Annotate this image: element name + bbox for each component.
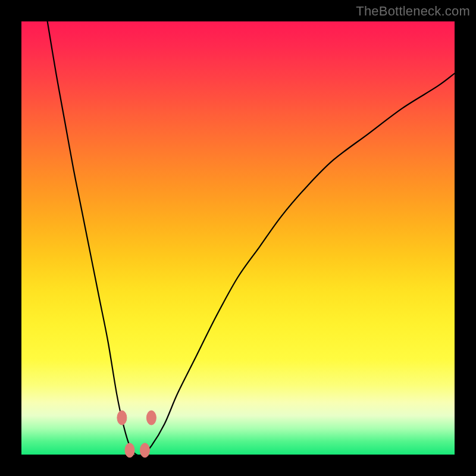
marker-dot: [146, 411, 156, 425]
watermark-text: TheBottleneck.com: [356, 4, 470, 19]
bottleneck-curve: [48, 21, 455, 456]
plot-area: [21, 21, 455, 455]
marker-dot: [125, 443, 134, 458]
marker-dot: [117, 411, 127, 425]
marker-dot: [140, 443, 149, 458]
chart-frame: TheBottleneck.com: [0, 0, 476, 476]
optimal-range-markers: [117, 411, 156, 458]
curve-layer: [21, 21, 455, 455]
